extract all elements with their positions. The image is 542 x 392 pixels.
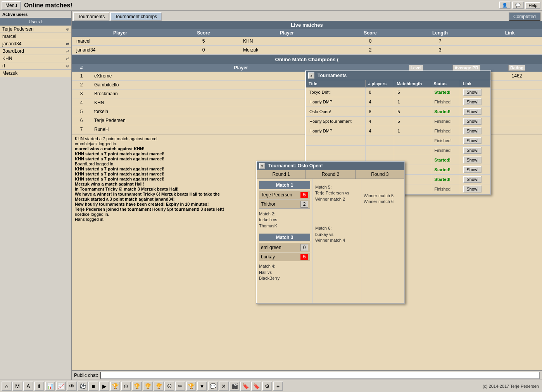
toolbar-chat[interactable]: 💬 [208,382,218,391]
show-button[interactable]: Show! [463,156,482,163]
toolbar-upload[interactable]: ⬆ [34,382,44,391]
toolbar-a[interactable]: A [23,382,33,391]
user-row[interactable]: rl⊘ [0,62,71,70]
champ-rating [492,125,542,134]
toolbar-trophy5[interactable]: 🏆 [186,382,196,391]
toolbar-trophy2[interactable]: 🏆 [132,382,142,391]
chat-icon-btn[interactable]: 💬 [512,2,524,9]
t-players: 8 [366,107,394,117]
match2-label: Match 2:torkelh vsThomasK [259,211,310,229]
toolbar-square[interactable]: ■ [88,382,98,391]
player2-name: Thithor [261,201,275,207]
toolbar-graph[interactable]: 📈 [56,382,66,391]
user-status-icon: ⇌ [66,49,69,53]
completed-button[interactable]: Completed [509,12,540,21]
t-players: 4 [366,117,394,126]
t-matchlength: 5 [394,88,431,97]
round3-tab[interactable]: Round 3 [356,170,404,179]
t-title [306,136,366,146]
user-icon-btn[interactable]: 👤 [499,2,511,9]
toolbar-circle[interactable]: ⊙ [121,382,131,391]
show-button[interactable]: Show! [463,186,482,193]
users-header: Users ℹ [0,18,71,26]
match-link [475,37,542,45]
show-button[interactable]: Show! [463,147,482,154]
toolbar-settings[interactable]: ⚙ [262,382,272,391]
show-button[interactable]: Show! [463,89,482,96]
toolbar-ball[interactable]: ⚽ [78,382,88,391]
toolbar-film[interactable]: 🎬 [230,382,240,391]
user-name: janand34 [2,41,21,46]
user-name: Merzuk [2,70,17,76]
toolbar-chart[interactable]: 📊 [45,382,55,391]
bottom-toolbar: ⌂ M A ⬆ 📊 📈 👁 ⚽ ■ ▶ 🏆 ⊙ 🏆 🏆 🏆 ® ✏ 🏆 ♥ 💬 … [0,380,542,392]
t-matchlength: 5 [394,117,431,126]
toolbar-x[interactable]: ✕ [219,382,229,391]
t-title: Hourly DMP [306,126,366,136]
t-status: Started! [431,155,460,165]
toolbar-add[interactable]: + [273,382,283,391]
menu-button[interactable]: Menu [2,1,21,10]
live-match-row: marcel 5 KHN 0 7 [72,37,542,46]
rating-header-badge: Rating [508,65,525,71]
champ-rank: 2 [72,81,91,89]
toolbar-trophy4[interactable]: 🏆 [154,382,164,391]
toolbar-bookmark2[interactable]: 🔖 [251,382,261,391]
match3-header: Match 3 [259,234,310,241]
chat-input[interactable] [100,372,540,379]
col-link: Link [460,80,490,88]
match-score1: 5 [169,37,238,45]
col-score2: Score [335,30,405,36]
user-row[interactable]: marcel [0,33,71,40]
live-match-row: janand34 0 Merzuk 2 3 [72,46,542,55]
t-status: Finished! [431,126,460,136]
player2-name: burkay [261,254,275,260]
show-button[interactable]: Show! [463,166,482,173]
col-rating: Rating [492,65,542,70]
help-button[interactable]: Help [525,2,540,9]
toolbar-m[interactable]: M [12,382,22,391]
tournament-popup-close-button[interactable]: x [308,72,314,79]
t-link: Show! [460,97,490,107]
toolbar-bookmark1[interactable]: 🔖 [240,382,250,391]
col-matchlength: Matchlength [394,80,431,88]
toolbar-trophy1[interactable]: 🏆 [110,382,120,391]
chat-bar: Public chat: [72,370,542,380]
user-row[interactable]: KHN⇌ [0,55,71,62]
show-button[interactable]: Show! [463,108,482,115]
user-row[interactable]: Merzuk [0,70,71,77]
toolbar-play[interactable]: ▶ [99,382,109,391]
t-title: Oslo Open! [306,107,366,117]
t-link: Show! [460,126,490,136]
match1-player2: Thithor 2 [259,199,310,209]
toolbar-edit[interactable]: ✏ [175,382,185,391]
toolbar-registered[interactable]: ® [164,382,174,391]
col-score1: Score [169,30,238,36]
t-players: 8 [366,88,394,97]
toolbar-trophy3[interactable]: 🏆 [143,382,153,391]
show-button[interactable]: Show! [463,118,482,125]
toolbar-buttons: ⌂ M A ⬆ 📊 📈 👁 ⚽ ■ ▶ 🏆 ⊙ 🏆 🏆 🏆 ® ✏ 🏆 ♥ 💬 … [2,382,283,391]
t-matchlength: 5 [394,107,431,117]
tab-tournament-champs[interactable]: Tournament champs [110,12,162,21]
toolbar-eye[interactable]: 👁 [67,382,77,391]
tab-tournaments[interactable]: Tournaments [73,12,109,21]
show-button[interactable]: Show! [463,98,482,105]
user-row[interactable]: Terje Pedersen⊘ [0,26,71,33]
toolbar-home[interactable]: ⌂ [2,382,12,391]
champ-rating [492,89,542,98]
show-button[interactable]: Show! [463,137,482,144]
user-row[interactable]: janand34⇌ [0,40,71,48]
oslo-popup-close-button[interactable]: x [259,163,265,169]
toolbar-heart[interactable]: ♥ [197,382,207,391]
user-row[interactable]: BoardLord⇌ [0,48,71,55]
oslo-open-popup: x Tournament: Oslo Open! Round 1 Round 2… [256,161,405,304]
show-button[interactable]: Show! [463,176,482,183]
champ-rank: 1 [72,72,91,80]
match3-player1: emilgreen 0 [259,243,310,252]
show-button[interactable]: Show! [463,127,482,134]
round1-tab[interactable]: Round 1 [257,170,306,179]
round2-tab[interactable]: Round 2 [306,170,355,179]
table-row: Finished!Show! [306,136,490,146]
live-matches-section: Tournaments Tournament champs Completed … [72,11,542,55]
